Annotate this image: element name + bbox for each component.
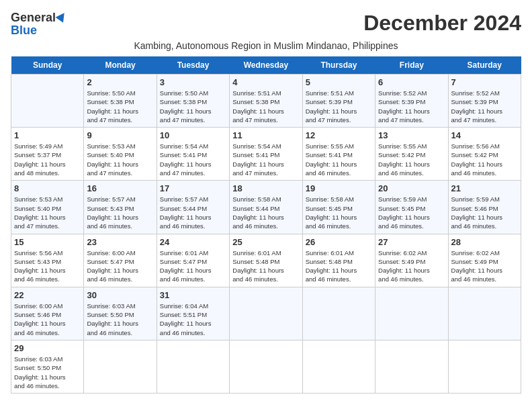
day-number: 30 — [87, 290, 153, 300]
day-info-line: Daylight: 11 hours — [306, 107, 372, 116]
day-info-line: Sunset: 5:49 PM — [451, 257, 518, 266]
day-info-line: Sunset: 5:50 PM — [87, 310, 153, 319]
day-info: Sunrise: 5:50 AMSunset: 5:38 PMDaylight:… — [160, 89, 226, 124]
day-info-line: Sunrise: 5:57 AM — [160, 195, 226, 203]
day-info-line: Sunrise: 5:58 AM — [232, 195, 299, 203]
day-info-line: and 46 minutes. — [232, 222, 299, 230]
calendar-day-cell: 24Sunrise: 6:01 AMSunset: 5:47 PMDayligh… — [157, 234, 229, 287]
day-info-line: Sunrise: 6:01 AM — [232, 248, 299, 257]
calendar-day-cell: 18Sunrise: 5:58 AMSunset: 5:44 PMDayligh… — [230, 181, 302, 234]
day-info-line: Daylight: 11 hours — [14, 266, 81, 275]
day-info-line: and 47 minutes. — [232, 116, 299, 124]
day-number: 4 — [232, 77, 299, 87]
day-info: Sunrise: 5:54 AMSunset: 5:41 PMDaylight:… — [232, 142, 299, 177]
day-info-line: and 47 minutes. — [87, 169, 153, 177]
day-of-week-header: Tuesday — [157, 56, 229, 75]
day-info-line: Daylight: 11 hours — [160, 107, 226, 116]
day-info: Sunrise: 6:03 AMSunset: 5:50 PMDaylight:… — [87, 302, 153, 337]
day-info: Sunrise: 5:59 AMSunset: 5:46 PMDaylight:… — [451, 195, 518, 230]
day-info: Sunrise: 5:50 AMSunset: 5:38 PMDaylight:… — [87, 89, 153, 124]
day-info-line: Sunrise: 6:04 AM — [160, 302, 226, 310]
day-info: Sunrise: 5:59 AMSunset: 5:45 PMDaylight:… — [378, 195, 445, 230]
day-number: 16 — [87, 183, 153, 193]
calendar-day-cell: 6Sunrise: 5:52 AMSunset: 5:39 PMDaylight… — [375, 75, 448, 128]
day-info-line: Sunset: 5:40 PM — [87, 150, 153, 159]
day-of-week-header: Saturday — [448, 56, 521, 75]
day-info-line: Sunset: 5:38 PM — [232, 97, 299, 106]
day-info: Sunrise: 6:01 AMSunset: 5:47 PMDaylight:… — [160, 248, 226, 284]
day-info-line: and 46 minutes. — [306, 169, 372, 177]
day-info-line: and 46 minutes. — [14, 381, 81, 390]
day-number: 24 — [160, 237, 226, 247]
day-header-row: SundayMondayTuesdayWednesdayThursdayFrid… — [11, 56, 521, 75]
day-number: 31 — [160, 290, 226, 300]
day-info-line: Sunset: 5:41 PM — [160, 150, 226, 159]
day-info-line: Sunset: 5:48 PM — [306, 257, 372, 266]
calendar-day-cell: 14Sunrise: 5:56 AMSunset: 5:42 PMDayligh… — [448, 128, 521, 181]
day-info-line: Daylight: 11 hours — [160, 160, 226, 169]
day-info-line: Sunset: 5:50 PM — [14, 363, 81, 372]
month-title: December 2024 — [363, 11, 521, 36]
day-info-line: Sunset: 5:46 PM — [451, 204, 518, 213]
day-info-line: Sunset: 5:46 PM — [14, 310, 81, 319]
day-info-line: Sunrise: 6:02 AM — [378, 248, 445, 257]
day-info-line: and 46 minutes. — [451, 275, 518, 283]
logo: General Blue — [11, 11, 66, 38]
day-info-line: and 46 minutes. — [451, 169, 518, 177]
day-info-line: Sunrise: 5:52 AM — [451, 89, 518, 97]
calendar-day-cell — [84, 340, 157, 393]
day-info-line: and 47 minutes. — [378, 116, 445, 124]
day-info: Sunrise: 6:01 AMSunset: 5:48 PMDaylight:… — [306, 248, 372, 284]
title-area: December 2024 — [363, 11, 521, 36]
calendar-day-cell — [375, 287, 448, 340]
day-info: Sunrise: 6:00 AMSunset: 5:46 PMDaylight:… — [14, 302, 81, 337]
day-info-line: Sunrise: 5:49 AM — [14, 142, 81, 150]
calendar-week-row: 1Sunrise: 5:49 AMSunset: 5:37 PMDaylight… — [11, 128, 521, 181]
day-number: 26 — [306, 237, 372, 247]
day-of-week-header: Sunday — [11, 56, 84, 75]
day-info: Sunrise: 5:56 AMSunset: 5:42 PMDaylight:… — [451, 142, 518, 177]
day-info-line: Daylight: 11 hours — [451, 213, 518, 222]
day-info: Sunrise: 6:02 AMSunset: 5:49 PMDaylight:… — [451, 248, 518, 284]
day-info: Sunrise: 6:04 AMSunset: 5:51 PMDaylight:… — [160, 302, 226, 337]
day-info: Sunrise: 5:55 AMSunset: 5:42 PMDaylight:… — [378, 142, 445, 177]
day-number: 14 — [451, 130, 518, 140]
day-info-line: Sunset: 5:43 PM — [87, 204, 153, 213]
day-info-line: Sunrise: 5:55 AM — [306, 142, 372, 150]
day-info-line: Daylight: 11 hours — [378, 107, 445, 116]
day-number: 22 — [14, 290, 81, 300]
day-number: 27 — [378, 237, 445, 247]
day-of-week-header: Monday — [84, 56, 157, 75]
day-info-line: Daylight: 11 hours — [87, 107, 153, 116]
calendar-week-row: 8Sunrise: 5:53 AMSunset: 5:40 PMDaylight… — [11, 181, 521, 234]
page-header: General Blue December 2024 — [11, 11, 521, 38]
day-info-line: Sunrise: 5:54 AM — [232, 142, 299, 150]
day-info-line: Daylight: 11 hours — [232, 160, 299, 169]
calendar-day-cell: 4Sunrise: 5:51 AMSunset: 5:38 PMDaylight… — [230, 75, 302, 128]
calendar-day-cell: 3Sunrise: 5:50 AMSunset: 5:38 PMDaylight… — [157, 75, 229, 128]
day-of-week-header: Thursday — [302, 56, 375, 75]
day-info: Sunrise: 5:51 AMSunset: 5:39 PMDaylight:… — [306, 89, 372, 124]
day-info-line: Sunset: 5:38 PM — [87, 97, 153, 106]
day-info: Sunrise: 5:51 AMSunset: 5:38 PMDaylight:… — [232, 89, 299, 124]
day-number: 9 — [87, 130, 153, 140]
calendar-day-cell: 22Sunrise: 6:00 AMSunset: 5:46 PMDayligh… — [11, 287, 84, 340]
day-info-line: Sunset: 5:39 PM — [378, 97, 445, 106]
day-info-line: and 46 minutes. — [87, 222, 153, 230]
day-info-line: Sunset: 5:42 PM — [378, 150, 445, 159]
day-info: Sunrise: 5:55 AMSunset: 5:41 PMDaylight:… — [306, 142, 372, 177]
day-info-line: and 48 minutes. — [14, 169, 81, 177]
day-info-line: Daylight: 11 hours — [306, 266, 372, 275]
day-number: 13 — [378, 130, 445, 140]
day-info-line: Sunrise: 5:51 AM — [306, 89, 372, 97]
day-info-line: Sunset: 5:44 PM — [160, 204, 226, 213]
calendar-week-row: 15Sunrise: 5:56 AMSunset: 5:43 PMDayligh… — [11, 234, 521, 287]
day-info-line: and 46 minutes. — [87, 275, 153, 283]
day-info-line: Daylight: 11 hours — [451, 107, 518, 116]
calendar-table: SundayMondayTuesdayWednesdayThursdayFrid… — [11, 56, 521, 394]
day-info-line: Sunrise: 5:58 AM — [306, 195, 372, 203]
day-info-line: Sunset: 5:41 PM — [306, 150, 372, 159]
day-info-line: Sunset: 5:44 PM — [232, 204, 299, 213]
day-info-line: Daylight: 11 hours — [451, 160, 518, 169]
day-info-line: Daylight: 11 hours — [87, 213, 153, 222]
